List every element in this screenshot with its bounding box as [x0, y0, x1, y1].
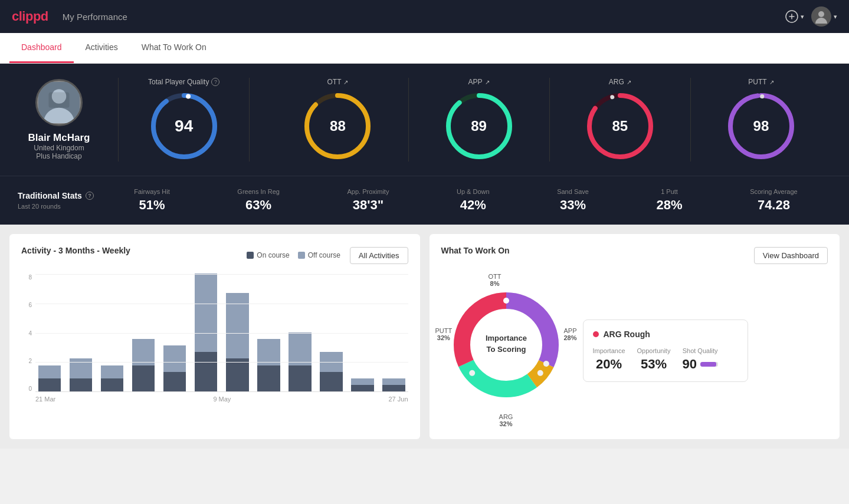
bar-off-seg-4	[163, 345, 186, 372]
arg-arrow-icon: ↗	[627, 79, 631, 85]
divider	[118, 78, 119, 162]
arg-metrics: Importance 20% Opportunity 53% Shot Qual…	[593, 347, 738, 372]
stat-fairways-hit-value: 51%	[139, 197, 165, 213]
stat-sand-save-label: Sand Save	[557, 188, 589, 195]
view-dashboard-button[interactable]: View Dashboard	[754, 247, 828, 264]
shot-quality-bar-fill	[700, 362, 716, 367]
stat-scoring-label: Scoring Average	[750, 188, 798, 195]
add-button[interactable]: ▾	[785, 10, 804, 23]
top-nav: clippd My Performance ▾ ▾	[0, 0, 849, 33]
app-value: 89	[471, 118, 487, 134]
player-info: Blair McHarg United Kingdom Plus Handica…	[18, 79, 100, 160]
bar-on-seg-9	[320, 372, 342, 391]
donut-label-arg: ARG 32%	[499, 413, 513, 427]
chart-header: Activity - 3 Months - Weekly On course O…	[21, 246, 408, 265]
bar-on-seg-1	[70, 378, 92, 391]
wtw-title: What To Work On	[441, 246, 510, 255]
bars-container	[35, 274, 408, 392]
chart-controls: On course Off course All Activities	[247, 247, 408, 264]
donut-label-ott: OTT 8%	[489, 273, 501, 287]
donut-label-app: APP 28%	[563, 327, 576, 341]
chart-title: Activity - 3 Months - Weekly	[21, 246, 130, 255]
importance-label: Importance	[593, 347, 625, 354]
nav-left: clippd My Performance	[12, 9, 127, 24]
all-activities-button[interactable]: All Activities	[350, 247, 408, 264]
bar-off-seg-11	[382, 378, 405, 385]
trad-info-icon[interactable]: ?	[86, 192, 94, 200]
legend-off-course: Off course	[298, 251, 340, 259]
trad-stats-subtitle: Last 20 rounds	[18, 203, 100, 210]
bar-stack-6	[226, 293, 248, 391]
player-handicap: Plus Handicap	[36, 152, 81, 160]
metric-app: APP ↗ 89	[409, 78, 550, 162]
metric-ott-label: OTT ↗	[327, 78, 348, 86]
arg-rough-card: ARG Rough Importance 20% Opportunity 53%…	[583, 319, 748, 382]
bar-stack-10	[351, 378, 373, 391]
user-avatar-group[interactable]: ▾	[811, 6, 837, 27]
metric-arg-label: ARG ↗	[609, 78, 631, 86]
svg-point-23	[503, 298, 509, 304]
legend-off-dot	[298, 252, 305, 259]
shot-quality-metric: Shot Quality 90	[682, 347, 717, 372]
metric-arg: ARG ↗ 85	[550, 78, 691, 162]
metrics-list: OTT ↗ 88 APP ↗ 89	[267, 78, 831, 162]
total-quality: Total Player Quality ? 94	[136, 78, 231, 162]
bar-on-seg-0	[38, 378, 61, 391]
bottom-section: Activity - 3 Months - Weekly On course O…	[0, 225, 849, 449]
avatar	[811, 6, 831, 27]
wtw-content: OTT 8% APP 28% ARG 32% PUTT 32%	[441, 274, 828, 427]
tab-dashboard[interactable]: Dashboard	[9, 33, 74, 63]
bar-stack-0	[38, 365, 61, 391]
bar-group-6	[223, 293, 251, 391]
importance-metric: Importance 20%	[593, 347, 625, 372]
player-name: Blair McHarg	[28, 132, 90, 144]
stat-1-putt-value: 28%	[657, 197, 683, 213]
bar-off-seg-8	[289, 332, 311, 365]
tab-what-to-work-on[interactable]: What To Work On	[130, 33, 218, 63]
opportunity-value: 53%	[641, 357, 667, 372]
info-icon[interactable]: ?	[211, 78, 219, 86]
bar-on-seg-2	[101, 378, 123, 391]
bar-off-seg-1	[70, 358, 92, 378]
bar-group-1	[67, 358, 95, 391]
metric-putt-label: PUTT ↗	[748, 78, 773, 86]
svg-text:To Scoring: To Scoring	[486, 345, 526, 354]
bar-group-8	[286, 332, 314, 391]
logo: clippd	[12, 9, 48, 24]
arg-ring: 85	[585, 91, 655, 162]
bar-on-seg-4	[163, 372, 186, 391]
shot-quality-label: Shot Quality	[683, 347, 718, 354]
wtw-header: What To Work On View Dashboard	[441, 246, 828, 265]
shot-quality-row: 90	[682, 357, 717, 372]
stat-app-prox-value: 38'3"	[353, 197, 383, 213]
legend-on-dot	[247, 252, 254, 259]
chart-area: 0 2 4 6 8	[21, 274, 408, 416]
bar-stack-3	[132, 339, 155, 391]
bar-off-seg-9	[320, 352, 342, 372]
bar-group-3	[129, 339, 158, 391]
tab-activities[interactable]: Activities	[74, 33, 130, 63]
y-axis: 0 2 4 6 8	[21, 274, 35, 392]
bar-stack-9	[320, 352, 342, 391]
arg-card-title: ARG Rough	[593, 330, 738, 339]
shot-quality-value: 90	[682, 357, 696, 372]
stat-up-down-label: Up & Down	[457, 188, 490, 195]
plus-circle-icon	[785, 10, 798, 23]
stat-up-down: Up & Down 42%	[457, 188, 490, 213]
ott-ring: 88	[302, 91, 373, 162]
tab-bar: Dashboard Activities What To Work On	[0, 33, 849, 64]
bar-on-seg-8	[289, 365, 311, 391]
donut-svg-container: Importance To Scoring	[447, 286, 565, 406]
bar-on-seg-3	[132, 365, 155, 391]
svg-point-1	[818, 11, 824, 17]
app-ring: 89	[444, 91, 514, 162]
bar-group-0	[35, 365, 64, 391]
metric-ott: OTT ↗ 88	[267, 78, 408, 162]
metric-app-label: APP ↗	[468, 78, 490, 86]
putt-arrow-icon: ↗	[769, 79, 774, 85]
app-arrow-icon: ↗	[485, 79, 490, 85]
activity-chart-panel: Activity - 3 Months - Weekly On course O…	[9, 234, 420, 439]
stat-greens-in-reg: Greens In Reg 63%	[237, 188, 280, 213]
stat-scoring-value: 74.28	[758, 197, 790, 213]
putt-ring: 98	[726, 91, 796, 162]
